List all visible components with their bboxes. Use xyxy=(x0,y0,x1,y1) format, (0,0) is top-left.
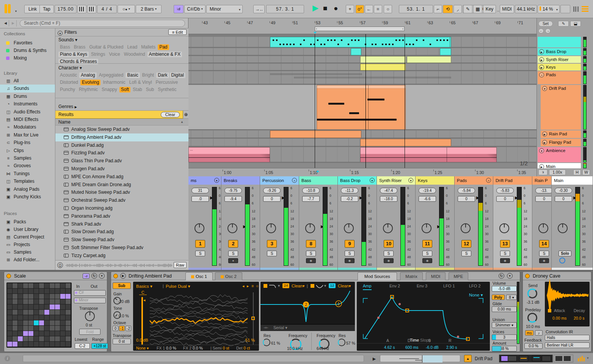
scale-grid-cell[interactable] xyxy=(50,342,55,347)
filter-tag-soft[interactable]: Soft xyxy=(119,87,130,93)
scale-mode-dropdown[interactable]: Minor xyxy=(74,298,106,303)
scale-grid-cell[interactable] xyxy=(66,299,71,304)
volume-field[interactable]: .0 xyxy=(191,196,209,202)
midi-map-button[interactable]: MIDI xyxy=(500,5,514,13)
track-header-rain-pad[interactable]: ▶Rain Pad xyxy=(541,130,581,138)
strip-header[interactable]: Drift Pad xyxy=(493,176,532,185)
filter-tag-acoustic[interactable]: Acoustic xyxy=(58,72,78,78)
pan-knob[interactable] xyxy=(305,223,315,233)
filter-tag-synthetic[interactable]: Synthetic xyxy=(156,87,178,93)
browser-forward-button[interactable]: ▶ xyxy=(10,20,17,27)
scale-grid-cell[interactable] xyxy=(13,315,17,320)
decay-value[interactable]: 20.0 s xyxy=(574,316,585,320)
sidebar-item-audio-effects[interactable]: ◫Audio Effects xyxy=(0,108,55,116)
play-icon[interactable]: ▶ xyxy=(539,57,544,62)
clip[interactable]: ... xyxy=(188,147,270,162)
pan-knob[interactable] xyxy=(383,223,393,233)
arrangement-view-toggle-icon[interactable] xyxy=(582,6,588,12)
solo-button[interactable]: S xyxy=(267,251,277,256)
track-number[interactable]: 13 xyxy=(500,240,510,248)
hot-swap-icon[interactable]: ↻ xyxy=(91,273,97,279)
solo-button[interactable]: S xyxy=(461,251,471,256)
phase-nudge-up-button[interactable] xyxy=(87,5,96,13)
poly-mode-button[interactable]: Poly xyxy=(492,295,505,300)
track-number[interactable]: 12 xyxy=(461,240,471,248)
strip-header[interactable]: Main xyxy=(552,176,593,185)
clip[interactable] xyxy=(440,48,451,55)
scale-grid-cell[interactable] xyxy=(7,283,12,288)
phase-nudge-down-button[interactable] xyxy=(77,5,86,13)
filter-tag-distorted[interactable]: Distorted xyxy=(58,80,80,85)
scale-grid-cell[interactable] xyxy=(44,326,49,331)
volume-field[interactable]: 0 xyxy=(458,196,475,202)
scale-grid-cell[interactable] xyxy=(28,289,33,293)
scale-grid-cell[interactable] xyxy=(23,310,28,315)
volume-field[interactable]: -7.7 xyxy=(302,196,320,202)
scale-grid-cell[interactable] xyxy=(55,299,60,304)
scale-grid-cell[interactable] xyxy=(44,320,49,325)
scale-grid-cell[interactable] xyxy=(7,294,12,299)
logo-caret-icon[interactable]: ▾ xyxy=(15,6,17,16)
scale-grid-cell[interactable] xyxy=(18,283,23,288)
wt-menu-icon[interactable]: ≡ xyxy=(251,284,254,288)
scale-grid-cell[interactable] xyxy=(60,315,65,320)
volume-field[interactable]: -5.0 dB xyxy=(492,286,517,292)
scale-grid-cell[interactable] xyxy=(34,331,39,336)
key-icon[interactable]: ♭♯ xyxy=(83,273,89,279)
key-signature-icon[interactable]: ♭♯ xyxy=(174,5,184,13)
scale-grid-cell[interactable] xyxy=(39,342,44,347)
transpose-value[interactable]: 0 st xyxy=(86,323,92,327)
result-item[interactable]: Panorama Pad.adv xyxy=(55,212,189,220)
scale-grid-cell[interactable] xyxy=(55,315,60,320)
scale-grid-cell[interactable] xyxy=(50,310,55,315)
track-number[interactable]: 8 xyxy=(306,240,316,248)
save-preset-icon[interactable]: ▼ xyxy=(507,273,513,279)
volume-field[interactable]: -0.2 xyxy=(341,196,358,202)
track-number[interactable]: 9 xyxy=(345,240,355,248)
pan-knob[interactable] xyxy=(266,223,276,233)
scale-grid-cell[interactable] xyxy=(28,294,33,299)
play-selection-button[interactable]: ▶ xyxy=(371,355,378,362)
result-item[interactable]: Organ Incoming.adg xyxy=(55,204,189,212)
range-value[interactable]: +128 st xyxy=(91,343,108,349)
scale-grid-cell[interactable] xyxy=(23,304,28,309)
scale-grid-cell[interactable] xyxy=(34,283,39,288)
scale-grid-cell[interactable] xyxy=(18,315,23,320)
lowest-value[interactable]: C-2 xyxy=(75,343,90,349)
scale-grid-cell[interactable] xyxy=(39,299,44,304)
clip[interactable] xyxy=(360,139,451,146)
filter-tag-voice[interactable]: Voice xyxy=(107,52,121,57)
scale-grid-cell[interactable] xyxy=(66,320,71,325)
sidebar-item-drums-synths[interactable]: Drums & Synths xyxy=(0,47,55,54)
result-item[interactable]: MPE Con Amore Pad.adg xyxy=(55,173,189,181)
scale-grid-cell[interactable] xyxy=(7,331,12,336)
scale-grid-cell[interactable] xyxy=(28,310,33,315)
hot-swap-icon[interactable]: ↻ xyxy=(499,273,504,279)
preview-headphones-icon[interactable]: Ω xyxy=(57,262,63,268)
fx2-field[interactable]: FX 2 0.0 % xyxy=(183,346,203,350)
volume-field[interactable]: -6.6 xyxy=(419,196,436,202)
scale-grid-cell[interactable] xyxy=(13,326,17,331)
name-column-header[interactable]: Name ▲ xyxy=(55,119,189,126)
tab-midi[interactable]: MIDI xyxy=(426,272,446,280)
track-header-main[interactable]: ▶Main xyxy=(538,163,581,168)
volume-field[interactable]: 0 xyxy=(535,196,552,202)
filter-tag-inharmonic[interactable]: Inharmonic xyxy=(101,80,127,85)
scale-grid-cell[interactable] xyxy=(66,294,71,299)
clip[interactable] xyxy=(351,48,361,55)
scale-grid-cell[interactable] xyxy=(66,304,71,309)
scale-grid-cell[interactable] xyxy=(34,304,39,309)
filter-group-character[interactable]: Character ▾ xyxy=(58,64,82,71)
punch-in-button[interactable]: ⌐ xyxy=(434,5,442,13)
new-midi-clip-button[interactable]: + xyxy=(346,5,354,13)
solo-button[interactable]: S xyxy=(384,251,394,256)
device-on-led[interactable] xyxy=(525,274,530,278)
transpose-value[interactable]: 0 st xyxy=(113,339,131,344)
peak-level-display[interactable]: -9.75 xyxy=(224,188,242,193)
scale-grid-cell[interactable] xyxy=(60,331,65,336)
scale-grid-cell[interactable] xyxy=(23,315,28,320)
session-record-button[interactable]: ○ xyxy=(384,5,392,13)
result-item[interactable]: Drifting Ambient Pad.adv xyxy=(55,133,189,141)
pan-knob[interactable] xyxy=(538,223,548,233)
position-slider-handle[interactable]: ◂ xyxy=(143,298,145,302)
